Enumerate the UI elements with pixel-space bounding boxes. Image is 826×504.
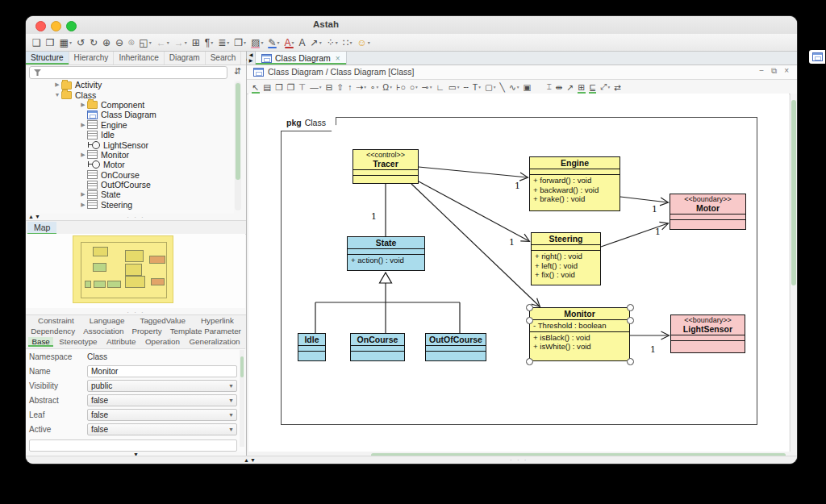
- zoom-out-icon[interactable]: ⊖: [113, 35, 126, 50]
- jump-pointer-icon[interactable]: ↗: [565, 81, 576, 94]
- control-tool[interactable]: ○▾: [407, 81, 419, 94]
- undo-icon[interactable]: ↺: [74, 35, 87, 50]
- usecase-tool[interactable]: Ω▾: [381, 81, 394, 94]
- selection-handle[interactable]: [627, 304, 634, 311]
- tab-map[interactable]: Map: [27, 222, 56, 235]
- panel-splitter-top[interactable]: ▲▼ · · ·: [26, 214, 246, 220]
- class-motor[interactable]: <<boundary>>Motor: [670, 194, 746, 230]
- class-state[interactable]: State+ action() : void: [347, 236, 425, 271]
- realization-tool[interactable]: ↑: [346, 81, 354, 94]
- tree-item-monitor[interactable]: ▶Monitor: [26, 150, 234, 160]
- back-icon[interactable]: ←▾: [154, 35, 172, 50]
- tree-item-class[interactable]: ▼Class: [26, 90, 234, 99]
- tab-scroll-chevrons[interactable]: ◀▶: [248, 52, 254, 64]
- redo-icon[interactable]: ↻: [87, 35, 100, 50]
- dashed-line-tool[interactable]: ┄: [461, 81, 470, 94]
- definition-field[interactable]: [29, 439, 237, 452]
- select-tool[interactable]: ↖: [250, 81, 261, 94]
- font-size-icon[interactable]: A: [297, 35, 308, 50]
- diagram-canvas[interactable]: pkgClass<<control>>TracerEngine+ forward…: [248, 94, 789, 452]
- selection-handle[interactable]: [526, 317, 533, 324]
- corner-line-tool[interactable]: ∟: [434, 81, 446, 94]
- zoom-reset-icon[interactable]: ⌾: [126, 35, 136, 50]
- tab-structure[interactable]: Structure: [26, 52, 69, 65]
- tab-operation[interactable]: Operation: [142, 337, 183, 346]
- selection-handle[interactable]: [627, 358, 634, 365]
- canvas-vscrollbar[interactable]: [790, 94, 797, 452]
- inner-restore-icon[interactable]: ⧉: [771, 66, 777, 76]
- pin-tool[interactable]: ⊤: [297, 81, 308, 94]
- emoji-icon[interactable]: ☺▾: [354, 35, 372, 50]
- open-file-icon[interactable]: ❒: [44, 35, 57, 50]
- line-color-icon[interactable]: ✎▾: [265, 35, 282, 50]
- image-tool[interactable]: ▣: [521, 81, 533, 94]
- package-tool[interactable]: ❒: [273, 81, 285, 94]
- selection-handle[interactable]: [627, 317, 634, 324]
- text-tool[interactable]: T▾: [470, 81, 482, 94]
- tree-item-state[interactable]: ▶State: [26, 190, 234, 199]
- fit-to-window-icon[interactable]: ◱▾: [136, 35, 153, 50]
- tab-close-icon[interactable]: ×: [336, 54, 340, 63]
- zoom-window-icon[interactable]: [66, 21, 77, 31]
- generalization-tool[interactable]: ⇧: [335, 81, 346, 94]
- curve-tool[interactable]: ∿▾: [507, 81, 521, 94]
- name-field[interactable]: Monitor: [87, 365, 237, 377]
- grid-toggle-icon[interactable]: ⊞: [576, 81, 587, 94]
- show-label-icon[interactable]: ¶▾: [202, 35, 215, 50]
- sync-selection-icon[interactable]: ⇵: [234, 66, 241, 77]
- tree-item-idle[interactable]: Idle: [26, 130, 234, 140]
- lollipop-tool[interactable]: ⊸▾: [419, 81, 434, 94]
- class-tool[interactable]: ▤: [261, 81, 273, 94]
- tab-stereotype[interactable]: Stereotype: [56, 337, 100, 346]
- minimize-window-icon[interactable]: [51, 21, 61, 31]
- selection-handle[interactable]: [526, 358, 533, 365]
- tree-scrollbar[interactable]: [235, 81, 241, 210]
- class-idle[interactable]: Idle: [298, 333, 326, 361]
- expand-collapsed-icon[interactable]: ▶: [79, 152, 87, 158]
- tree-item-component[interactable]: ▶Component: [26, 100, 234, 110]
- tab-diagram[interactable]: Diagram: [165, 52, 206, 65]
- diagram-window-bar[interactable]: Class Diagram / Class Diagram [Class] − …: [247, 65, 797, 80]
- boundary-tool[interactable]: ⊦○: [394, 81, 407, 94]
- expand-collapsed-icon[interactable]: ▶: [79, 122, 87, 128]
- alignment-icon[interactable]: ≣▾: [215, 35, 232, 50]
- instance-tool[interactable]: ∘▾: [368, 81, 380, 94]
- line-shape-icon[interactable]: ↗▾: [308, 35, 324, 50]
- expand-collapsed-icon[interactable]: ▶: [79, 191, 87, 198]
- tab-template-parameter[interactable]: Template Parameter: [167, 327, 244, 335]
- related-elements-icon[interactable]: ⁘▾: [324, 35, 340, 50]
- tab-hierarchy[interactable]: Hierarchy: [69, 52, 115, 65]
- tree-item-engine[interactable]: ▶Engine: [26, 120, 234, 130]
- new-file-icon[interactable]: ❑: [30, 35, 44, 50]
- stack-order-icon[interactable]: ❐▾: [232, 35, 248, 50]
- mini-tools-icon[interactable]: ∷▾: [340, 35, 355, 50]
- property-scrollbar[interactable]: [240, 350, 244, 447]
- association-class-tool[interactable]: ⊟: [323, 81, 335, 94]
- tab-language[interactable]: Language: [86, 316, 128, 325]
- tree-item-lightsensor[interactable]: LightSensor: [26, 140, 234, 149]
- expand-expanded-icon[interactable]: ▼: [53, 92, 61, 98]
- tab-property[interactable]: Property: [129, 327, 165, 335]
- rect-tool[interactable]: ▢▾: [482, 81, 498, 94]
- tree-item-oncourse[interactable]: OnCourse: [26, 170, 234, 180]
- class-oncourse[interactable]: OnCourse: [350, 333, 405, 361]
- expand-collapsed-icon[interactable]: ▶: [79, 102, 87, 108]
- subsystem-tool[interactable]: ❐: [285, 81, 296, 94]
- map-thumbnail[interactable]: [73, 235, 173, 303]
- title-bar[interactable]: Astah: [26, 16, 797, 35]
- leaf-select[interactable]: false▼: [87, 409, 237, 421]
- background-panel-icon[interactable]: [809, 50, 825, 64]
- swap-tool[interactable]: ⇄: [612, 81, 624, 94]
- tree-item-activity[interactable]: ▶Activity: [26, 80, 234, 90]
- selection-handle[interactable]: [526, 304, 533, 311]
- line-tool[interactable]: ╲: [498, 81, 507, 94]
- tree-item-class-diagram[interactable]: Class Diagram: [26, 110, 234, 119]
- tree-item-motor[interactable]: Motor: [26, 160, 234, 169]
- diagonal-line-icon[interactable]: ⤢▾: [598, 81, 611, 94]
- tab-inheritance[interactable]: Inheritance: [114, 52, 164, 65]
- tab-class-diagram[interactable]: Class Diagram ×: [255, 52, 347, 65]
- tree-item-steering[interactable]: ▶Steering: [26, 200, 234, 210]
- fill-color-icon[interactable]: ▨▾: [248, 35, 265, 50]
- tab-constraint[interactable]: Constraint: [35, 316, 77, 325]
- class-engine[interactable]: Engine+ forward() : void+ backward() : v…: [529, 156, 620, 211]
